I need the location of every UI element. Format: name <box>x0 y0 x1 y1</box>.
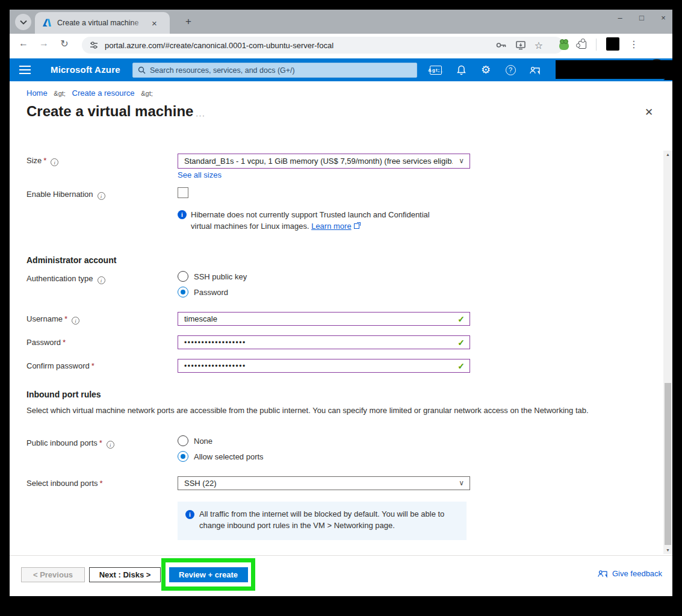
scrollbar-thumb[interactable] <box>665 383 671 545</box>
bookmark-star-icon[interactable]: ☆ <box>535 40 543 51</box>
tab-search-button[interactable] <box>15 14 31 30</box>
confirm-password-label: Confirm password* <box>26 361 95 370</box>
browser-menu-icon[interactable]: ⋮ <box>629 39 639 50</box>
auth-password-radio[interactable] <box>178 287 188 297</box>
chevron-down-icon: ∨ <box>459 157 464 165</box>
give-feedback-label: Give feedback <box>612 569 662 578</box>
cloud-shell-icon[interactable]: &gt;_ <box>430 66 442 75</box>
search-icon <box>138 66 146 74</box>
address-bar[interactable]: portal.azure.com/#create/canonical.0001-… <box>82 37 563 54</box>
hamburger-menu-icon[interactable] <box>19 66 31 74</box>
previous-button[interactable]: < Previous <box>21 567 85 582</box>
tab-strip: Create a virtual machine × + – □ × <box>10 10 672 34</box>
page-title: Create a virtual machine <box>26 103 193 120</box>
ports-allow-radio[interactable] <box>178 451 188 462</box>
info-icon[interactable]: i <box>51 158 58 166</box>
forward-icon[interactable]: → <box>37 38 51 49</box>
profile-avatar-redacted[interactable] <box>606 37 619 51</box>
public-ports-label: Public inbound ports*i <box>26 438 114 449</box>
select-ports-label: Select inbound ports* <box>26 479 103 488</box>
chevron-down-icon <box>20 20 27 25</box>
review-create-button[interactable]: Review + create <box>169 567 248 582</box>
password-label: Password* <box>26 338 66 347</box>
valid-check-icon: ✓ <box>457 314 465 324</box>
password-value-masked: •••••••••••••••••• <box>184 338 246 347</box>
settings-gear-icon[interactable]: ⚙ <box>480 64 491 75</box>
info-badge-icon: i <box>185 510 194 519</box>
info-icon[interactable]: i <box>98 276 105 284</box>
select-ports-dropdown[interactable]: SSH (22) ∨ <box>178 476 470 490</box>
hibernation-checkbox[interactable] <box>178 187 188 198</box>
azure-brand[interactable]: Microsoft Azure <box>51 64 120 75</box>
breadcrumb-create-resource-link[interactable]: Create a resource <box>72 89 135 98</box>
azure-favicon <box>42 18 52 28</box>
learn-more-link[interactable]: Learn more <box>311 222 351 231</box>
info-icon[interactable]: i <box>72 317 79 325</box>
password-key-icon[interactable] <box>496 42 507 49</box>
back-icon[interactable]: ← <box>17 38 30 49</box>
refresh-icon[interactable]: ↻ <box>58 38 71 49</box>
size-dropdown-value: Standard_B1s - 1 vcpu, 1 GiB memory (US$… <box>184 157 453 166</box>
ports-none-radio[interactable] <box>178 435 188 446</box>
title-context-menu-icon[interactable]: ··· <box>196 111 205 120</box>
valid-check-icon: ✓ <box>457 338 465 347</box>
ports-none-label[interactable]: None <box>194 437 212 446</box>
scroll-up-icon[interactable]: ▲ <box>663 152 672 157</box>
notifications-bell-icon[interactable] <box>456 64 467 75</box>
inbound-rules-description: Select which virtual machine network por… <box>26 406 636 416</box>
feedback-icon <box>598 569 608 578</box>
size-dropdown[interactable]: Standard_B1s - 1 vcpu, 1 GiB memory (US$… <box>178 154 470 169</box>
confirm-password-value-masked: •••••••••••••••••• <box>184 362 246 370</box>
username-input[interactable]: timescale ✓ <box>178 312 470 326</box>
username-label: Username*i <box>26 314 79 325</box>
required-asterisk: * <box>43 156 46 165</box>
extensions-puzzle-icon[interactable] <box>578 41 586 49</box>
browser-window: Create a virtual machine × + – □ × ← → ↻… <box>10 10 672 596</box>
valid-check-icon: ✓ <box>457 361 465 371</box>
auth-ssh-label[interactable]: SSH public key <box>194 272 247 281</box>
frog-extension-icon[interactable] <box>559 42 569 50</box>
select-ports-value: SSH (22) <box>184 479 216 488</box>
info-icon[interactable]: i <box>107 441 114 449</box>
size-label: Size*i <box>26 156 58 166</box>
ports-allow-label[interactable]: Allow selected ports <box>194 452 264 461</box>
see-all-sizes-link[interactable]: See all sizes <box>178 170 222 179</box>
hibernation-note: i Hibernate does not currently support T… <box>178 209 450 232</box>
breadcrumb-separator-icon: &gt; <box>54 90 66 97</box>
tab-close-icon[interactable]: × <box>150 18 159 28</box>
auth-type-label: Authentication typei <box>26 274 105 284</box>
feedback-icon[interactable] <box>530 64 541 75</box>
auth-password-label[interactable]: Password <box>194 288 228 297</box>
next-disks-button[interactable]: Next : Disks > <box>89 567 161 582</box>
username-value: timescale <box>184 314 217 323</box>
new-tab-button[interactable]: + <box>181 14 196 29</box>
browser-tab[interactable]: Create a virtual machine × <box>35 12 170 34</box>
browser-toolbar: ← → ↻ portal.azure.com/#create/canonical… <box>10 34 672 56</box>
help-icon[interactable]: ? <box>506 65 516 75</box>
breadcrumb-home-link[interactable]: Home <box>26 89 48 98</box>
blade-close-icon[interactable]: ✕ <box>645 106 653 119</box>
give-feedback-link[interactable]: Give feedback <box>598 569 662 578</box>
breadcrumb: Home &gt; Create a resource &gt; <box>26 89 157 98</box>
inbound-info-box: i All traffic from the internet will be … <box>178 502 467 540</box>
footer-divider <box>10 555 672 556</box>
window-close-button[interactable]: × <box>659 13 668 22</box>
site-info-icon[interactable] <box>89 40 99 50</box>
inbound-rules-heading: Inbound port rules <box>26 390 101 399</box>
scrollbar[interactable]: ▲ ▼ <box>663 151 672 554</box>
install-app-icon[interactable] <box>516 41 525 50</box>
azure-search-input[interactable]: Search resources, services, and docs (G+… <box>132 63 417 78</box>
azure-header: Microsoft Azure Search resources, servic… <box>10 58 672 81</box>
auth-ssh-radio[interactable] <box>178 271 188 282</box>
window-minimize-button[interactable]: – <box>616 13 624 22</box>
external-link-icon <box>354 223 359 229</box>
window-maximize-button[interactable]: □ <box>637 13 646 22</box>
breadcrumb-separator-icon: &gt; <box>141 90 153 97</box>
password-input[interactable]: •••••••••••••••••• ✓ <box>178 335 470 349</box>
account-info-redacted[interactable] <box>556 60 672 79</box>
confirm-password-input[interactable]: •••••••••••••••••• ✓ <box>178 359 470 373</box>
hibernation-label: Enable Hibernationi <box>26 190 105 200</box>
info-icon[interactable]: i <box>98 192 105 200</box>
scroll-down-icon[interactable]: ▼ <box>663 548 672 552</box>
url-text[interactable]: portal.azure.com/#create/canonical.0001-… <box>105 41 496 50</box>
